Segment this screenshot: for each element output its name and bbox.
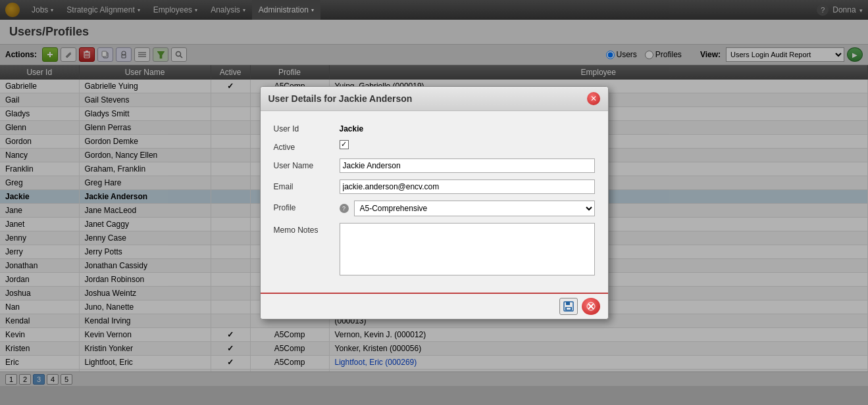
memo-label: Memo Notes: [274, 223, 340, 235]
email-label: Email: [274, 179, 340, 191]
active-row: Active ✓: [274, 140, 595, 152]
modal-overlay: User Details for Jackie Anderson ✕ User …: [0, 0, 868, 386]
modal-footer: [261, 293, 608, 319]
svg-rect-21: [567, 308, 571, 310]
save-button[interactable]: [559, 298, 578, 315]
email-input[interactable]: [340, 179, 595, 194]
active-checkbox[interactable]: ✓: [340, 140, 349, 149]
user-id-value: Jackie: [340, 122, 595, 133]
cancel-button[interactable]: [582, 298, 600, 315]
profile-select[interactable]: A5-Comprehensive A5Comp A7Admin: [354, 201, 595, 216]
profile-row: Profile ? A5-Comprehensive A5Comp A7Admi…: [274, 201, 595, 216]
memo-row: Memo Notes: [274, 223, 595, 275]
modal-title: User Details for Jackie Anderson: [268, 93, 413, 104]
username-label: User Name: [274, 158, 340, 170]
modal-close-button[interactable]: ✕: [587, 92, 600, 105]
email-row: Email: [274, 179, 595, 194]
profile-label-container: Profile: [274, 201, 340, 212]
user-id-row: User Id Jackie: [274, 122, 595, 133]
modal-body: User Id Jackie Active ✓ User Name Email: [261, 111, 608, 293]
profile-help-icon[interactable]: ?: [340, 204, 349, 213]
memo-textarea[interactable]: [340, 223, 595, 275]
user-details-modal: User Details for Jackie Anderson ✕ User …: [260, 86, 609, 320]
modal-header: User Details for Jackie Anderson ✕: [261, 87, 608, 111]
user-id-label: User Id: [274, 122, 340, 133]
username-input[interactable]: [340, 158, 595, 173]
svg-rect-19: [566, 302, 570, 305]
active-label: Active: [274, 140, 340, 152]
username-row: User Name: [274, 158, 595, 173]
